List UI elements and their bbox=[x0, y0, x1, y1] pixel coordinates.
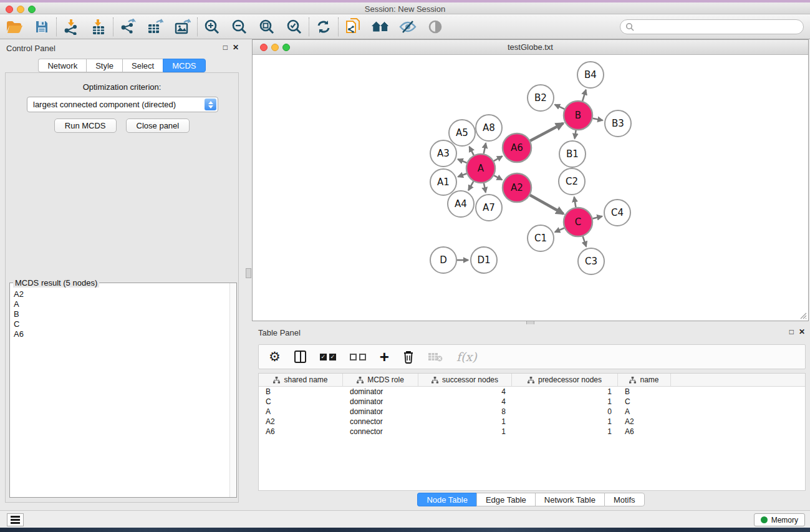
network-graph[interactable]: B4B2BB3A8A5A6A3B1AC2A1A2A4A7C4CC1DD1C3 bbox=[253, 55, 808, 321]
save-session-icon[interactable] bbox=[32, 17, 51, 36]
import-table-icon[interactable] bbox=[89, 17, 108, 36]
table-cell[interactable]: A bbox=[618, 407, 671, 417]
table-cell[interactable]: A bbox=[259, 407, 343, 417]
table-cell[interactable]: 1 bbox=[418, 427, 512, 437]
node-A6[interactable]: A6 bbox=[503, 133, 531, 162]
node-D[interactable]: D bbox=[430, 247, 456, 273]
table-cell[interactable]: B bbox=[259, 387, 343, 397]
edge-B-B1[interactable] bbox=[575, 130, 576, 139]
edge-B-B2[interactable] bbox=[555, 105, 565, 109]
table-cell[interactable]: C bbox=[259, 397, 343, 407]
table-cell[interactable]: A2 bbox=[618, 417, 671, 427]
tab-edge-table[interactable]: Edge Table bbox=[476, 493, 535, 506]
node-A8[interactable]: A8 bbox=[476, 115, 502, 141]
table-row[interactable]: A6connector11A6 bbox=[259, 427, 805, 437]
node-C4[interactable]: C4 bbox=[604, 200, 630, 226]
column-header[interactable]: MCDS role bbox=[343, 374, 418, 386]
export-image-icon[interactable] bbox=[173, 17, 192, 36]
export-table-icon[interactable] bbox=[146, 17, 165, 36]
table-cell[interactable]: 4 bbox=[418, 397, 512, 407]
edge-C-C3[interactable] bbox=[583, 236, 587, 247]
criterion-dropdown[interactable]: largest connected component (directed) bbox=[27, 97, 218, 112]
zoom-selected-icon[interactable] bbox=[285, 17, 304, 36]
edge-A-A4[interactable] bbox=[468, 181, 473, 190]
tab-network[interactable]: Network bbox=[38, 59, 86, 72]
table-cell[interactable]: C bbox=[618, 397, 671, 407]
zoom-in-icon[interactable] bbox=[203, 17, 221, 36]
tab-node-table[interactable]: Node Table bbox=[417, 493, 476, 506]
tab-network-table[interactable]: Network Table bbox=[535, 493, 604, 506]
node-B2[interactable]: B2 bbox=[528, 85, 554, 111]
column-header[interactable]: successor nodes bbox=[418, 374, 512, 386]
refresh-layout-icon[interactable] bbox=[314, 17, 333, 36]
edge-A2-C[interactable] bbox=[530, 195, 564, 214]
edge-B-B4[interactable] bbox=[582, 90, 586, 101]
table-cell[interactable]: 1 bbox=[512, 387, 618, 397]
table-cell[interactable]: B bbox=[618, 387, 671, 397]
table-row[interactable]: Cdominator41C bbox=[259, 397, 805, 407]
memory-button[interactable]: Memory bbox=[754, 513, 805, 526]
column-header[interactable]: name bbox=[618, 374, 671, 386]
node-B3[interactable]: B3 bbox=[605, 110, 631, 137]
export-network-icon[interactable] bbox=[118, 17, 137, 36]
edge-A-A2[interactable] bbox=[494, 175, 502, 180]
table-cell[interactable]: connector bbox=[343, 417, 418, 427]
resize-grip-icon[interactable] bbox=[799, 312, 807, 319]
table-cell[interactable]: 8 bbox=[418, 407, 512, 417]
node-B4[interactable]: B4 bbox=[577, 62, 604, 88]
dropdown-stepper-icon[interactable] bbox=[205, 99, 216, 110]
table-cell[interactable]: 1 bbox=[512, 417, 618, 427]
node-B[interactable]: B bbox=[564, 101, 592, 130]
zoom-out-icon[interactable] bbox=[230, 17, 249, 36]
node-A4[interactable]: A4 bbox=[448, 191, 474, 217]
vertical-split-handle[interactable] bbox=[246, 268, 251, 278]
table-cell[interactable]: 4 bbox=[418, 387, 512, 397]
node-table[interactable]: shared nameMCDS rolesuccessor nodesprede… bbox=[258, 373, 806, 491]
node-C2[interactable]: C2 bbox=[559, 168, 585, 195]
table-cell[interactable]: 1 bbox=[418, 417, 512, 427]
result-item[interactable]: A6 bbox=[14, 329, 229, 339]
table-cell[interactable]: 1 bbox=[512, 427, 618, 437]
node-A2[interactable]: A2 bbox=[503, 173, 531, 202]
clone-network-icon[interactable] bbox=[344, 17, 362, 36]
edge-A6-B[interactable] bbox=[530, 123, 563, 141]
node-A[interactable]: A bbox=[466, 154, 495, 183]
column-header[interactable]: predecessor nodes bbox=[512, 374, 618, 386]
table-cell[interactable]: dominator bbox=[343, 397, 418, 407]
node-B1[interactable]: B1 bbox=[559, 141, 586, 167]
float-panel-icon[interactable]: □ bbox=[223, 43, 228, 52]
close-panel-icon[interactable]: ✕ bbox=[233, 43, 239, 52]
edge-A-A3[interactable] bbox=[458, 159, 467, 163]
run-mcds-button[interactable]: Run MCDS bbox=[54, 118, 117, 133]
tab-select[interactable]: Select bbox=[122, 59, 163, 72]
hide-selected-eye-icon[interactable] bbox=[398, 17, 417, 36]
table-cell[interactable]: A2 bbox=[259, 417, 343, 427]
node-A1[interactable]: A1 bbox=[430, 169, 456, 195]
edge-C-C4[interactable] bbox=[592, 216, 602, 219]
task-history-list-icon[interactable] bbox=[7, 513, 24, 526]
network-window-titlebar[interactable]: testGlobe.txt bbox=[253, 40, 808, 55]
table-cell[interactable]: A6 bbox=[259, 427, 343, 437]
table-cell[interactable]: dominator bbox=[343, 387, 418, 397]
edge-A-A6[interactable] bbox=[494, 156, 503, 161]
table-cell[interactable]: 0 bbox=[512, 407, 618, 417]
edge-C-C2[interactable] bbox=[574, 197, 576, 208]
node-A3[interactable]: A3 bbox=[430, 140, 456, 167]
open-session-icon[interactable] bbox=[5, 17, 24, 36]
node-A7[interactable]: A7 bbox=[476, 195, 502, 221]
close-panel-button[interactable]: Close panel bbox=[126, 118, 190, 133]
node-D1[interactable]: D1 bbox=[471, 247, 497, 273]
node-C1[interactable]: C1 bbox=[528, 225, 554, 251]
node-C3[interactable]: C3 bbox=[578, 248, 604, 274]
edge-C-C1[interactable] bbox=[555, 228, 564, 233]
home-view-icon[interactable] bbox=[371, 17, 390, 36]
import-network-icon[interactable] bbox=[62, 17, 80, 36]
column-header[interactable]: shared name bbox=[259, 374, 343, 386]
float-table-panel-icon[interactable]: □ bbox=[789, 327, 794, 336]
table-cell[interactable]: 1 bbox=[512, 397, 618, 407]
result-item[interactable]: C bbox=[14, 319, 229, 329]
node-A5[interactable]: A5 bbox=[449, 120, 475, 146]
add-column-icon[interactable]: + bbox=[380, 349, 389, 365]
table-row[interactable]: Adominator80A bbox=[259, 407, 805, 417]
tab-motifs[interactable]: Motifs bbox=[604, 493, 645, 506]
